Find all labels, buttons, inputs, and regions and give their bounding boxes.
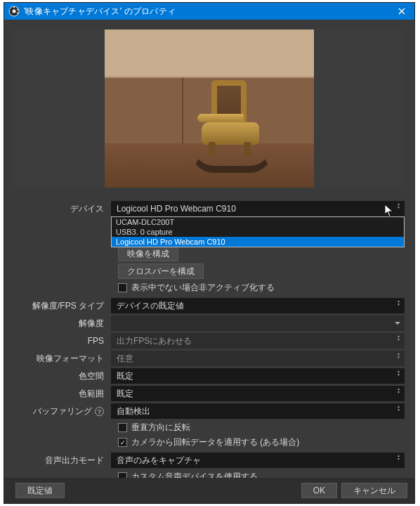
device-select[interactable]: Logicool HD Pro Webcam C910 ▴▾ [111, 201, 405, 216]
apply-rotation-checkbox[interactable]: ✓ [118, 438, 127, 447]
colorspace-select[interactable]: 既定 ▴▾ [111, 368, 405, 384]
spinner-icon: ▴▾ [398, 352, 402, 358]
colorrange-select[interactable]: 既定 ▴▾ [111, 386, 405, 401]
properties-dialog: '映像キャプチャデバイス' のプロパティ デバイス [4, 2, 415, 504]
resolution-select[interactable] [111, 316, 405, 331]
spinner-icon: ▴▾ [398, 202, 402, 209]
colorspace-value: 既定 [117, 370, 133, 382]
device-option-0[interactable]: UCAM-DLC200T [112, 217, 404, 227]
deactivate-checkbox[interactable] [118, 283, 127, 292]
spinner-icon: ▴▾ [398, 335, 402, 341]
spinner-icon: ▴▾ [398, 405, 402, 411]
configure-crossbar-button[interactable]: クロスバーを構成 [118, 264, 204, 279]
format-select[interactable]: 任意 ▴▾ [111, 351, 405, 366]
buffering-value: 自動検出 [117, 406, 150, 417]
svg-point-1 [13, 10, 16, 13]
chevron-down-icon [395, 322, 400, 325]
flip-vertical-label: 垂直方向に反転 [131, 422, 190, 434]
format-value: 任意 [117, 353, 133, 365]
svg-point-3 [17, 9, 18, 11]
colorrange-label: 色範囲 [14, 388, 111, 400]
close-button[interactable] [392, 4, 412, 18]
window-title: '映像キャプチャデバイス' のプロパティ [24, 6, 392, 18]
apply-rotation-label: カメラから回転データを適用する (ある場合) [131, 436, 299, 448]
res-fps-type-value: デバイスの既定値 [117, 300, 184, 312]
audio-mode-select[interactable]: 音声のみをキャプチャ ▴▾ [111, 453, 405, 468]
flip-vertical-checkbox[interactable] [118, 423, 127, 432]
buffering-select[interactable]: 自動検出 ▴▾ [111, 403, 405, 419]
device-selected-value: Logicool HD Pro Webcam C910 [117, 204, 236, 214]
audio-mode-label: 音声出力モード [14, 455, 111, 467]
device-option-1[interactable]: USB3. 0 capture [112, 227, 404, 237]
format-label: 映像フォーマット [14, 353, 111, 365]
ok-button[interactable]: OK [301, 483, 337, 498]
colorrange-value: 既定 [117, 388, 133, 400]
app-icon [8, 6, 20, 17]
spinner-icon: ▴▾ [398, 370, 402, 376]
video-preview [14, 28, 405, 188]
help-icon[interactable]: ? [95, 407, 104, 416]
svg-point-4 [17, 13, 18, 14]
dialog-footer: 既定値 OK キャンセル [4, 478, 414, 503]
buffering-label: バッファリング? [14, 406, 111, 417]
audio-mode-value: 音声のみをキャプチャ [117, 455, 201, 467]
fps-value: 出力FPSにあわせる [117, 335, 192, 347]
spinner-icon: ▴▾ [398, 454, 402, 460]
res-fps-type-select[interactable]: デバイスの既定値 ▴▾ [111, 298, 405, 313]
fps-select[interactable]: 出力FPSにあわせる ▴▾ [111, 333, 405, 349]
device-option-2[interactable]: Logicool HD Pro Webcam C910 [112, 237, 404, 247]
spinner-icon: ▴▾ [398, 299, 402, 306]
configure-video-button[interactable]: 映像を構成 [118, 246, 178, 261]
deactivate-label: 表示中でない場合非アクティブ化する [131, 282, 275, 294]
device-dropdown: UCAM-DLC200T USB3. 0 capture Logicool HD… [111, 216, 405, 247]
device-label: デバイス [14, 203, 111, 215]
res-fps-type-label: 解像度/FPS タイプ [14, 300, 111, 312]
colorspace-label: 色空間 [14, 370, 111, 382]
resolution-label: 解像度 [14, 318, 111, 330]
fps-label: FPS [14, 336, 111, 346]
defaults-button[interactable]: 既定値 [15, 483, 65, 498]
titlebar[interactable]: '映像キャプチャデバイス' のプロパティ [4, 3, 414, 20]
spinner-icon: ▴▾ [398, 387, 402, 394]
cancel-button[interactable]: キャンセル [341, 483, 407, 498]
svg-point-2 [13, 7, 15, 8]
